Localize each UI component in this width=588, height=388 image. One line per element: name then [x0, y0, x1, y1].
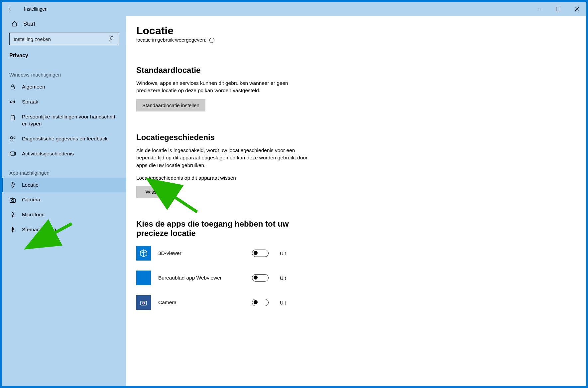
- sidebar-item-locatie[interactable]: Locatie: [2, 178, 126, 193]
- voice-activation-icon: [9, 227, 16, 233]
- settings-window: Instellingen Start: [2, 2, 586, 386]
- search-input[interactable]: [9, 33, 119, 45]
- home-icon: [11, 21, 18, 27]
- app-icon-camera: [136, 295, 151, 310]
- svg-point-4: [110, 36, 113, 39]
- app-permission-list: 3D-viewer Uit Bureaublad-app Webviewer U…: [136, 244, 586, 312]
- speech-icon: [9, 98, 16, 105]
- app-row-camera: Camera Uit: [136, 293, 586, 312]
- sidebar-item-label: Activiteitsgeschiedenis: [22, 150, 119, 157]
- search-wrapper: [2, 32, 126, 49]
- title-bar: Instellingen: [2, 2, 586, 16]
- truncated-prev-text: locatie in gebruik weergegeven. ◯: [136, 37, 586, 43]
- history-icon: [9, 150, 16, 157]
- svg-rect-1: [556, 7, 560, 11]
- toggle-webviewer[interactable]: [252, 274, 269, 282]
- set-default-location-button[interactable]: Standaardlocatie instellen: [136, 99, 205, 111]
- sidebar-home-label: Start: [23, 21, 35, 27]
- app-icon-3d-viewer: [136, 246, 151, 261]
- app-name: Camera: [158, 299, 245, 305]
- svg-rect-16: [11, 152, 14, 156]
- svg-rect-24: [12, 212, 14, 215]
- sidebar-item-label: Microfoon: [22, 211, 119, 218]
- sidebar-item-spraak[interactable]: Spraak: [2, 95, 126, 109]
- close-button[interactable]: [567, 2, 586, 16]
- sidebar-item-algemeen[interactable]: Algemeen: [2, 80, 126, 95]
- toggle-state: Uit: [280, 275, 286, 281]
- app-name: 3D-viewer: [158, 250, 245, 256]
- main-content: Locatie locatie in gebruik weergegeven. …: [126, 16, 586, 386]
- app-row-webviewer: Bureaublad-app Webviewer Uit: [136, 269, 586, 287]
- svg-point-13: [14, 137, 15, 138]
- sidebar: Start Privacy Windows-machtigingen Algem…: [2, 16, 126, 386]
- camera-icon: [9, 197, 16, 203]
- sidebar-section-app-permissions: App-machtigingen: [2, 161, 126, 178]
- sidebar-item-stemactivering[interactable]: Stemactivering: [2, 222, 126, 237]
- svg-rect-22: [10, 199, 16, 203]
- sidebar-item-diagnostiek[interactable]: Diagnostische gegevens en feedback: [2, 131, 126, 146]
- sidebar-section-privacy: Privacy: [2, 49, 126, 63]
- app-name: Bureaublad-app Webviewer: [158, 275, 245, 281]
- maximize-button[interactable]: [549, 2, 567, 16]
- microphone-icon: [9, 212, 16, 218]
- sidebar-item-label: Camera: [22, 196, 119, 203]
- toggle-3d-viewer[interactable]: [252, 250, 269, 257]
- minimize-button[interactable]: [530, 2, 549, 16]
- window-title: Instellingen: [18, 6, 48, 12]
- app-icon-webviewer: [136, 271, 151, 285]
- clear-history-button[interactable]: Wissen: [136, 186, 171, 198]
- svg-rect-26: [12, 227, 14, 230]
- svg-line-5: [109, 39, 111, 41]
- sidebar-item-camera[interactable]: Camera: [2, 192, 126, 207]
- maximize-icon: [556, 7, 560, 11]
- search-icon: [108, 35, 114, 42]
- svg-point-7: [10, 101, 12, 103]
- sidebar-item-label: Locatie: [22, 182, 119, 189]
- section-title-location-history: Locatiegeschiedenis: [136, 133, 586, 142]
- sidebar-item-label: Algemeen: [22, 84, 119, 91]
- minimize-icon: [537, 7, 541, 11]
- toggle-state: Uit: [280, 251, 286, 256]
- sidebar-item-microfoon[interactable]: Microfoon: [2, 207, 126, 222]
- svg-rect-6: [11, 87, 15, 90]
- sidebar-item-handschrift[interactable]: Persoonlijke instellingen voor handschri…: [2, 109, 126, 131]
- sidebar-section-windows-permissions: Windows-machtigingen: [2, 63, 126, 80]
- location-icon: [9, 182, 16, 188]
- toggle-camera[interactable]: [252, 299, 269, 306]
- arrow-left-icon: [7, 6, 13, 12]
- toggle-state: Uit: [280, 300, 286, 305]
- sidebar-item-activiteit[interactable]: Activiteitsgeschiedenis: [2, 146, 126, 161]
- clipboard-icon: [9, 114, 16, 121]
- section-title-choose-apps: Kies de apps die toegang hebben tot uw p…: [136, 219, 316, 238]
- section-desc-default-location: Windows, apps en services kunnen dit geb…: [136, 80, 309, 95]
- sidebar-item-label: Persoonlijke instellingen voor handschri…: [22, 113, 119, 127]
- svg-line-31: [171, 194, 197, 212]
- svg-point-21: [12, 184, 13, 185]
- section-title-default-location: Standaardlocatie: [136, 66, 586, 75]
- svg-point-23: [12, 199, 14, 202]
- close-icon: [575, 7, 579, 11]
- page-title: Locatie: [136, 25, 586, 37]
- app-row-3d-viewer: 3D-viewer Uit: [136, 244, 586, 263]
- sidebar-item-label: Stemactivering: [22, 226, 119, 233]
- svg-point-12: [10, 136, 13, 139]
- feedback-icon: [9, 135, 16, 142]
- sidebar-item-label: Diagnostische gegevens en feedback: [22, 135, 119, 142]
- lock-icon: [9, 84, 16, 90]
- section-desc-location-history: Als de locatie is ingeschakeld, wordt uw…: [136, 147, 309, 169]
- back-button[interactable]: [2, 6, 18, 12]
- sidebar-home[interactable]: Start: [2, 16, 126, 32]
- clear-history-label: Locatiegeschiedenis op dit apparaat wiss…: [136, 175, 586, 181]
- sidebar-item-label: Spraak: [22, 98, 119, 105]
